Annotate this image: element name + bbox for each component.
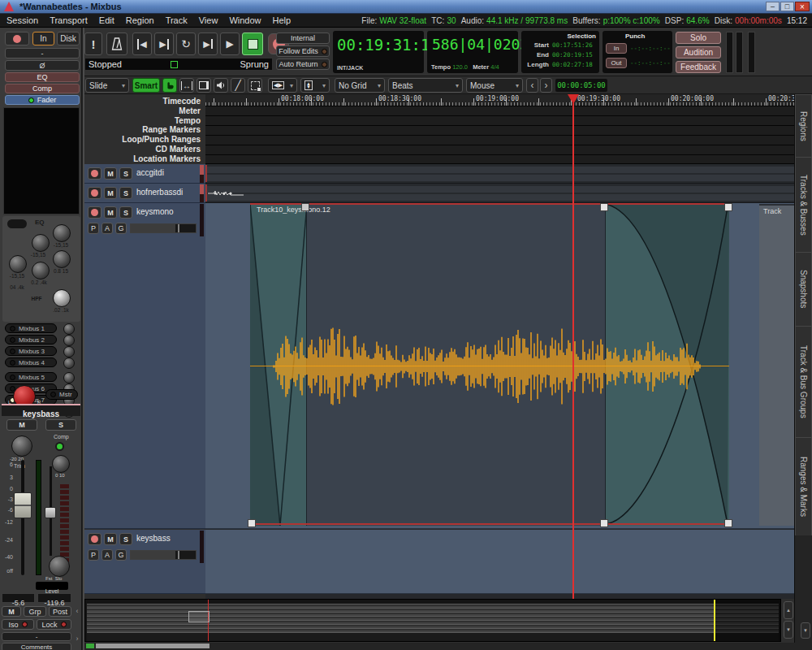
send3-knob[interactable]	[63, 346, 75, 358]
goto-end-button[interactable]: ▶	[154, 32, 174, 55]
pan-button[interactable]: P	[88, 549, 99, 561]
track-lane-keysmono[interactable]: Track Track10_keysmono.12	[205, 203, 794, 529]
group-button[interactable]: G	[115, 223, 127, 234]
maximize-button[interactable]: □	[780, 2, 794, 11]
meter-ruler[interactable]	[205, 106, 794, 116]
mute-button[interactable]: M	[104, 187, 117, 199]
mute-button[interactable]: M	[104, 533, 117, 545]
nudge-forward-button[interactable]: ›	[540, 78, 552, 93]
automation-button[interactable]: A	[102, 223, 113, 234]
menu-transport[interactable]: Transport	[50, 15, 88, 25]
shuttle-mode-label[interactable]: Sprung	[240, 59, 269, 69]
ruler-label-range-markers[interactable]: Range Markers	[142, 125, 201, 134]
cut-mode-button[interactable]	[197, 78, 211, 93]
send4-knob[interactable]	[63, 358, 75, 369]
region-bottom-right-handle[interactable]	[724, 519, 732, 527]
eq-hi-gain-knob[interactable]	[53, 224, 71, 242]
comp-led[interactable]	[55, 442, 64, 451]
summary-scroll-up-button[interactable]: ▲	[784, 601, 793, 619]
strip-next-button[interactable]: ›	[73, 632, 81, 645]
solo-button[interactable]: S	[119, 206, 132, 219]
menu-edit[interactable]: Edit	[99, 15, 114, 25]
hpf-knob[interactable]	[53, 289, 71, 307]
smart-mode-button[interactable]: Smart	[132, 78, 160, 93]
range-mode-button[interactable]: ↔	[179, 78, 194, 93]
draw-mode-button[interactable]: ╱	[231, 78, 245, 93]
solo-button[interactable]: S	[119, 187, 132, 199]
tempo-ruler[interactable]	[205, 116, 794, 126]
minimize-button[interactable]: –	[766, 2, 780, 11]
strip-mute-button[interactable]: M	[6, 419, 37, 431]
goto-start-button[interactable]: ◀	[132, 32, 152, 55]
ruler-label-loop-punch[interactable]: Loop/Punch Ranges	[122, 135, 201, 144]
loop-button[interactable]: ↻	[176, 32, 196, 55]
send-mixbus5[interactable]: Mixbus 5	[5, 372, 57, 382]
eq-bypass-pill[interactable]	[7, 219, 27, 228]
fade-in-handle[interactable]	[301, 203, 309, 211]
grab-mode-button[interactable]	[162, 78, 177, 93]
range-markers-ruler[interactable]	[205, 126, 794, 136]
group-button[interactable]: Grp	[24, 606, 46, 617]
midi-panic-button[interactable]: !	[84, 32, 102, 55]
eq-lo-gain-knob[interactable]	[9, 255, 27, 273]
region-bottom-left-handle[interactable]	[248, 519, 256, 527]
strip-solo-button[interactable]: S	[45, 419, 76, 431]
summary-scroll-down-button[interactable]: ▼	[784, 621, 793, 639]
gain-fader-handle[interactable]	[14, 492, 32, 518]
record-arm-button[interactable]	[88, 533, 102, 545]
track-header-accgitdi[interactable]: M S accgitdi	[84, 164, 205, 184]
trim-knob[interactable]	[11, 436, 32, 457]
audition-mode-button[interactable]	[214, 78, 228, 93]
grid-unit-dropdown[interactable]: Beats▾	[388, 78, 463, 93]
zoom-progress-bar[interactable]	[96, 644, 209, 648]
strip-input-button[interactable]: In	[32, 32, 54, 46]
location-markers-ruler[interactable]	[205, 155, 794, 164]
comp-amount-knob[interactable]	[52, 455, 70, 473]
send-mixbus4[interactable]: Mixbus 4	[5, 358, 57, 367]
solo-iso-button[interactable]: Iso	[2, 619, 34, 630]
record-arm-button[interactable]	[88, 187, 102, 199]
auto-return-button[interactable]: Auto Return	[276, 58, 330, 70]
play-range-button[interactable]: ▶	[198, 32, 218, 55]
strip-record-button[interactable]	[5, 32, 29, 46]
track-name-accgitdi[interactable]: accgitdi	[136, 168, 164, 177]
tab-track-bus-groups[interactable]: Track & Bus Groups	[795, 326, 812, 437]
meter-value[interactable]: 4/4	[490, 63, 499, 71]
track-header-keysbass[interactable]: M S keysbass P A G	[84, 530, 205, 594]
peak-readout[interactable]: -119.6	[37, 593, 71, 603]
track-height-dropdown[interactable]: ▲▼▾	[300, 78, 330, 93]
tab-ranges-marks[interactable]: Ranges & Marks	[795, 437, 812, 535]
nudge-back-button[interactable]: ‹	[526, 78, 538, 93]
nudge-clock[interactable]: 00:00:05:00	[555, 79, 607, 92]
comp-fader-handle[interactable]	[45, 507, 56, 518]
menu-window[interactable]: Window	[229, 15, 261, 25]
eq-hi-freq-knob[interactable]	[53, 250, 71, 268]
record-arm-button[interactable]	[88, 167, 102, 180]
grid-mode-dropdown[interactable]: No Grid▾	[335, 78, 385, 93]
metronome-button[interactable]	[106, 32, 127, 55]
send1-knob[interactable]	[63, 323, 75, 335]
feedback-button[interactable]: Feedback	[676, 61, 721, 73]
solo-button[interactable]: S	[119, 167, 132, 180]
level-mode-button[interactable]: Level	[36, 582, 68, 590]
pan-button[interactable]: P	[88, 223, 99, 234]
group-button[interactable]: G	[115, 549, 127, 561]
gain-readout[interactable]: -5.6	[2, 593, 35, 603]
strip-io-button[interactable]: -	[5, 48, 80, 58]
zoom-focus-dropdown[interactable]: ◀▶▾	[268, 78, 297, 93]
edit-point-dropdown[interactable]: Mouse▾	[466, 78, 523, 93]
playhead-line[interactable]	[572, 94, 574, 599]
master-assign-button[interactable]: Mstr	[45, 389, 78, 400]
strip-fader-button[interactable]: Fader	[5, 95, 80, 105]
summary-view-handle[interactable]	[188, 611, 209, 622]
ruler-label-cd-markers[interactable]: CD Markers	[155, 145, 201, 154]
tab-snapshots[interactable]: Snapshots	[795, 252, 812, 326]
tab-regions[interactable]: Regions	[795, 94, 812, 157]
play-button[interactable]: ▶	[220, 32, 240, 55]
summary-pane[interactable]	[84, 599, 781, 642]
ruler-label-timecode[interactable]: Timecode	[163, 97, 201, 106]
editor-canvas[interactable]: 00:18:00:00 00:18:30:00 00:19:00:00 00:1…	[205, 94, 794, 599]
close-button[interactable]: ×	[795, 2, 810, 11]
punch-out-button[interactable]: Out	[606, 58, 627, 68]
region-top-handle[interactable]	[600, 203, 608, 211]
